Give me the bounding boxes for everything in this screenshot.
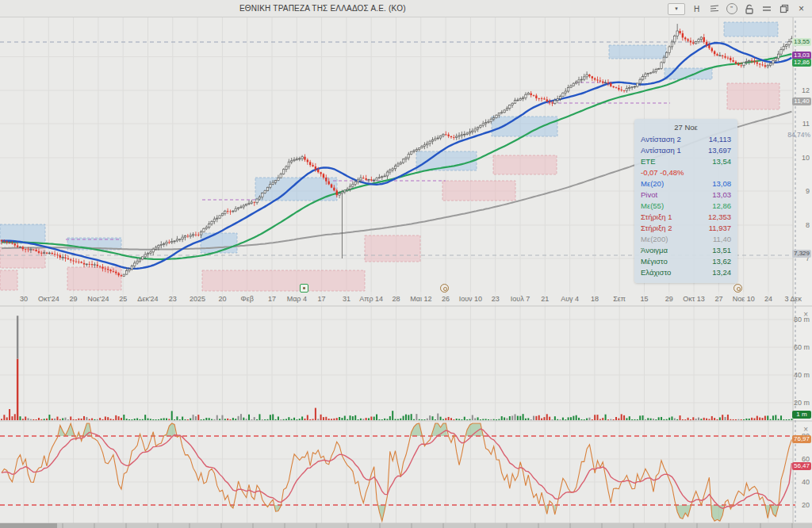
tooltip-row-label: Στήριξη 1 bbox=[641, 212, 672, 223]
tooltip-row: Μέγιστο13,62 bbox=[634, 256, 737, 267]
tooltip-date: 27 Νοε bbox=[634, 121, 737, 134]
tooltip-row-label: Ελάχιστο bbox=[641, 267, 671, 278]
tooltip-row-label: -0,07 -0,48% bbox=[641, 167, 684, 178]
timeframe-dropdown-button[interactable]: ▾ bbox=[668, 3, 685, 15]
rsi-axis-label: 40 bbox=[802, 478, 810, 486]
tooltip-row-value: 13,62 bbox=[712, 256, 731, 267]
tooltip-row-value: 12,86 bbox=[712, 201, 731, 212]
tooltip-row-value: 13,08 bbox=[712, 178, 731, 189]
tooltip-row-label: Στήριξη 2 bbox=[641, 223, 672, 234]
rsi-axis-label: 20 bbox=[802, 501, 810, 509]
volume-axis-label: 40 m bbox=[794, 371, 810, 379]
date-axis-label: Μαι 12 bbox=[410, 295, 431, 303]
date-axis-label: Απρ 14 bbox=[359, 295, 383, 303]
tooltip-row-value: 13,697 bbox=[708, 145, 731, 156]
date-axis-label: Δεκ'24 bbox=[137, 295, 158, 303]
date-axis-label: Ιουν 10 bbox=[459, 295, 482, 303]
date-axis-label: Ιουλ 7 bbox=[511, 295, 530, 303]
tooltip-row-value: 12,353 bbox=[708, 212, 731, 223]
tooltip-row-label: Με(200) bbox=[641, 234, 668, 245]
date-axis-label: 26 bbox=[442, 295, 450, 303]
tooltip-row: -0,07 -0,48% bbox=[634, 167, 737, 178]
scrollbar-handle[interactable] bbox=[0, 523, 57, 528]
tooltip-row-label: Αντίσταση 2 bbox=[641, 134, 681, 145]
rsi-value-badge: 76,97 bbox=[792, 435, 811, 443]
restore-window-button[interactable] bbox=[778, 3, 790, 15]
event-marker-dividend-icon[interactable] bbox=[733, 284, 742, 293]
date-axis-label: 25 bbox=[119, 295, 127, 303]
date-axis-label: Σεπ bbox=[613, 295, 626, 303]
rsi-pane-close-button[interactable]: × bbox=[803, 426, 808, 434]
tooltip-row-value: 13,51 bbox=[712, 245, 731, 256]
tooltip-row: Με(200)11,40 bbox=[634, 234, 737, 245]
percent-change-label: 84,74% bbox=[787, 131, 810, 139]
tooltip-row-value: 13,24 bbox=[712, 267, 731, 278]
date-axis-label: 27 bbox=[714, 295, 722, 303]
tooltip-row-value: 13,03 bbox=[712, 189, 731, 201]
price-axis-label: 9 bbox=[806, 187, 810, 195]
volume-current-badge: 1 m bbox=[792, 411, 811, 419]
tooltip-row: Ελάχιστο13,24 bbox=[634, 267, 737, 278]
date-axis-label: Φεβ bbox=[241, 295, 254, 303]
tooltip-row: Με(55)12,86 bbox=[634, 201, 737, 212]
volume-axis-label: 20 m bbox=[794, 399, 810, 407]
price-axis-label: 12 bbox=[802, 86, 810, 94]
timeline-scrollbar[interactable] bbox=[0, 523, 812, 528]
volume-pane-close-button[interactable]: × bbox=[803, 311, 808, 319]
date-axis-label: Μαρ 4 bbox=[287, 295, 307, 303]
tooltip-row-label: Pivot bbox=[641, 189, 657, 201]
menu-icon-button[interactable] bbox=[760, 3, 772, 15]
tooltip-row-label: Άνοιγμα bbox=[641, 245, 668, 256]
tooltip-row: Αντίσταση 113,697 bbox=[634, 145, 737, 156]
price-badge: 12,86 bbox=[792, 59, 811, 67]
date-axis-label: 24 bbox=[764, 295, 772, 303]
window-titlebar: ΕΘΝΙΚΗ ΤΡΑΠΕΖΑ ΤΗΣ ΕΛΛΑΔΟΣ Α.Ε. (ΚΟ) ▾H”… bbox=[0, 0, 812, 17]
ohlc-tooltip: 27 Νοε Αντίσταση 214,113Αντίσταση 113,69… bbox=[634, 119, 737, 283]
tooltip-row: ΕΤΕ13,54 bbox=[634, 156, 737, 167]
date-axis-label: 2025 bbox=[190, 295, 205, 303]
tooltip-row-label: Με(20) bbox=[641, 178, 664, 189]
tooltip-row-value: 11,937 bbox=[709, 223, 731, 234]
date-axis-label: Οκτ'24 bbox=[38, 295, 59, 303]
price-axis-label: 10 bbox=[802, 154, 810, 162]
window-title: ΕΘΝΙΚΗ ΤΡΑΠΕΖΑ ΤΗΣ ΕΛΛΑΔΟΣ Α.Ε. (ΚΟ) bbox=[239, 4, 406, 13]
date-axis-label: 28 bbox=[392, 295, 400, 303]
tooltip-row-label: ΕΤΕ bbox=[641, 156, 655, 167]
date-axis-label: Αυγ 4 bbox=[561, 295, 579, 303]
price-badge: 7,329 bbox=[792, 250, 811, 258]
tooltip-row-value: 13,54 bbox=[712, 156, 731, 167]
date-axis-label: 29 bbox=[665, 295, 673, 303]
unlock-icon-button[interactable] bbox=[743, 3, 755, 15]
tooltip-row: Αντίσταση 214,113 bbox=[634, 134, 737, 145]
date-axis-label: 3 Δεκ bbox=[785, 295, 802, 303]
date-axis-label: 31 bbox=[343, 295, 350, 303]
tooltip-row-label: Αντίσταση 1 bbox=[641, 145, 681, 156]
trendlines-icon-button[interactable] bbox=[708, 3, 720, 15]
tooltip-row: Με(20)13,08 bbox=[634, 178, 737, 189]
tooltip-row: Pivot13,03 bbox=[634, 189, 737, 201]
tooltip-row-value: 14,113 bbox=[709, 134, 731, 145]
volume-axis-label: 60 m bbox=[794, 343, 810, 351]
event-marker-calendar-icon[interactable] bbox=[300, 284, 308, 293]
date-axis-label: 17 bbox=[268, 295, 276, 303]
rsi-value-badge: 56,47 bbox=[792, 462, 811, 470]
quote-icon-button[interactable]: ” bbox=[726, 3, 737, 15]
date-axis-label: 17 bbox=[318, 295, 326, 303]
tooltip-row-label: Μέγιστο bbox=[641, 256, 668, 267]
date-axis-label: 30 bbox=[20, 295, 28, 303]
price-badge: 11,40 bbox=[792, 98, 811, 105]
date-axis-label: 18 bbox=[591, 295, 599, 303]
date-axis-label: 29 bbox=[70, 295, 78, 303]
date-axis-label: 23 bbox=[492, 295, 500, 303]
date-axis-label: 23 bbox=[169, 295, 177, 303]
date-axis-label: 21 bbox=[541, 295, 549, 303]
close-window-button[interactable]: × bbox=[795, 3, 807, 15]
tooltip-row-label: Με(55) bbox=[641, 201, 664, 212]
date-axis-label: Οκτ 13 bbox=[683, 295, 705, 303]
date-axis-label: 20 bbox=[218, 295, 226, 303]
titlebar-icons: ▾H”× bbox=[668, 0, 807, 17]
interval-hour-button[interactable]: H bbox=[691, 3, 703, 15]
tooltip-row-value: 11,40 bbox=[713, 234, 731, 245]
event-marker-dividend-icon[interactable] bbox=[440, 284, 449, 293]
date-axis-label: Νοε 10 bbox=[733, 295, 755, 303]
